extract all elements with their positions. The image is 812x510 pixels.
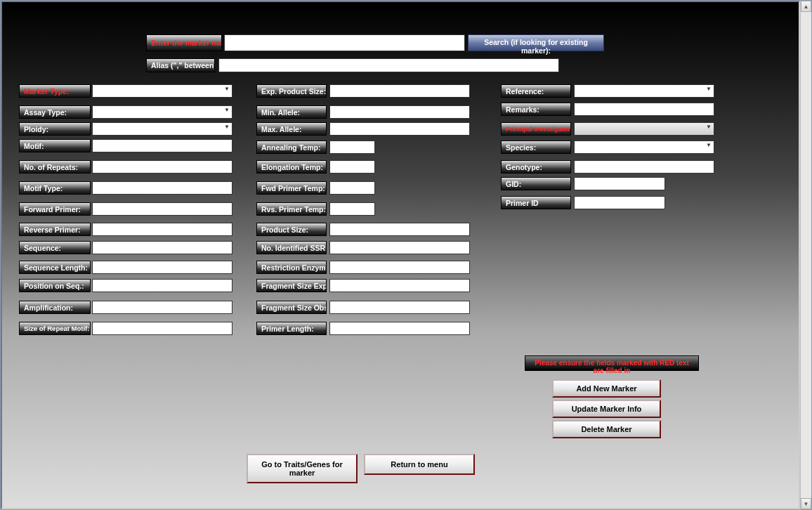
alias-label: Alias ("," between): [146,58,215,72]
rev-primer-input[interactable] [92,223,233,236]
gid-label: GID: [501,177,571,190]
pos-seq-input[interactable] [92,279,233,292]
max-allele-input[interactable] [329,122,470,136]
product-size-label: Product Size: [256,223,327,236]
remarks-label: Remarks: [501,103,571,116]
frag-size-exp-label: Fragment Size Exp: [256,279,327,292]
frag-size-exp-input[interactable] [329,279,470,292]
rev-primer-label: Reverse Primer: [19,223,91,236]
form-panel: Enter the marker name Search (if looking… [1,1,800,509]
ploidy-select[interactable] [92,122,233,136]
seq-len-label: Sequence Length: [19,261,91,274]
app-window: Enter the marker name Search (if looking… [0,0,812,510]
delete-marker-button[interactable]: Delete Marker [552,420,661,438]
frag-size-obs-input[interactable] [329,301,470,314]
restriction-enzyme-label: Restriction Enzyme: [256,261,327,274]
pos-seq-label: Position on Seq.: [19,279,91,292]
ploidy-label: Ploidy: [19,122,91,136]
species-label: Species: [501,140,571,154]
scroll-up-arrow[interactable]: ▲ [801,1,811,12]
go-to-traits-button[interactable]: Go to Traits/Genes for marker [247,454,358,483]
product-size-input[interactable] [329,223,470,236]
marker-type-label: Marker Type: [19,84,91,98]
primer-id-input[interactable] [574,196,665,209]
add-new-marker-button[interactable]: Add New Marker [552,379,661,398]
size-repeat-motif-input[interactable] [92,322,233,335]
amplification-input[interactable] [92,301,233,314]
annealing-temp-label: Annealing Temp: [256,140,327,154]
restriction-enzyme-input[interactable] [329,261,470,274]
gid-input[interactable] [574,177,665,190]
min-allele-input[interactable] [329,105,470,119]
rvs-primer-temp-input[interactable] [329,202,375,216]
sequence-label: Sequence: [19,241,91,254]
fwd-primer-input[interactable] [92,202,233,216]
vertical-scrollbar[interactable]: ▲ ▼ [800,1,811,509]
no-repeats-input[interactable] [92,160,233,174]
exp-product-size-label: Exp. Product Size: [256,84,327,98]
scroll-down-arrow[interactable]: ▼ [801,498,811,509]
fwd-primer-label: Forward Primer: [19,202,91,216]
genotype-label: Genotype: [501,160,571,174]
return-to-menu-button[interactable]: Return to menu [364,454,475,475]
elongation-temp-label: Elongation Temp: [256,160,327,174]
amplification-label: Amplification: [19,301,91,314]
sequence-input[interactable] [92,241,233,254]
fwd-primer-temp-input[interactable] [329,181,375,195]
remarks-input[interactable] [574,103,714,116]
pi-label: Principal Investigator: [501,122,571,136]
seq-len-input[interactable] [92,261,233,274]
alias-input[interactable] [218,58,559,72]
fwd-primer-temp-label: Fwd Primer Temp: [256,181,327,195]
required-fields-notice: Please ensure the fields marked with RED… [525,355,699,371]
motif-input[interactable] [92,139,233,152]
rvs-primer-temp-label: Rvs. Primer Temp: [256,202,327,216]
primer-length-label: Primer Length: [256,322,327,335]
min-allele-label: Min. Allele: [256,105,327,119]
motif-type-input[interactable] [92,181,233,195]
motif-label: Motif: [19,139,91,152]
primer-id-label: Primer ID [501,196,571,209]
exp-product-size-input[interactable] [329,84,470,98]
reference-label: Reference: [501,84,571,98]
search-button[interactable]: Search (if looking for existing marker): [468,34,604,51]
primer-length-input[interactable] [329,322,470,335]
elongation-temp-input[interactable] [329,160,375,174]
marker-name-label: Enter the marker name [146,34,222,51]
no-ssrs-input[interactable] [329,241,470,254]
assay-type-select[interactable] [92,105,233,119]
genotype-input[interactable] [574,160,714,174]
size-repeat-motif-label: Size of Repeat Motif: [19,322,91,335]
no-ssrs-label: No. Identified SSRs: [256,241,327,254]
no-repeats-label: No. of Repeats: [19,160,91,174]
update-marker-info-button[interactable]: Update Marker Info [552,400,661,418]
pi-select[interactable] [574,122,714,136]
motif-type-label: Motif Type: [19,181,91,195]
assay-type-label: Assay Type: [19,105,91,119]
max-allele-label: Max. Allele: [256,122,327,136]
annealing-temp-input[interactable] [329,140,375,154]
reference-select[interactable] [574,84,714,98]
marker-type-select[interactable] [92,84,233,98]
species-select[interactable] [574,140,714,154]
marker-name-input[interactable] [224,34,465,51]
frag-size-obs-label: Fragment Size Obs: [256,301,327,314]
